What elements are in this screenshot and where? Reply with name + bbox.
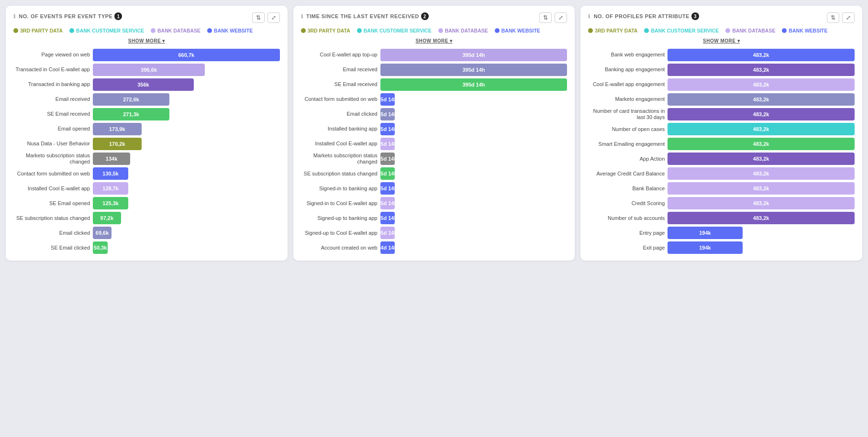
row-label: SE Email clicked bbox=[13, 245, 90, 251]
show-more[interactable]: SHOW MORE ▾ bbox=[13, 37, 280, 44]
chart-row: Email received272,6k bbox=[13, 93, 280, 106]
row-label: Email opened bbox=[13, 126, 90, 132]
row-label: Signed-in to Cool E-wallet app bbox=[301, 200, 378, 207]
legend-item: BANK CUSTOMER SERVICE bbox=[644, 28, 719, 33]
bar: 50,3k bbox=[93, 241, 108, 254]
legend-dot bbox=[438, 28, 443, 33]
row-label: Bank Balance bbox=[588, 186, 665, 192]
bar: 15d 14h bbox=[380, 138, 395, 150]
panel-badge: 1 bbox=[114, 12, 122, 20]
bar: 483,2k bbox=[668, 182, 855, 195]
bar: 395d 14h bbox=[380, 64, 568, 76]
bar-container: 170,2k bbox=[93, 138, 280, 150]
bar: 483,2k bbox=[668, 153, 855, 165]
bar: 173,9k bbox=[93, 123, 142, 135]
show-more[interactable]: SHOW MORE ▾ bbox=[301, 37, 568, 44]
chart-row: Signed-up to banking app15d 14h bbox=[301, 212, 568, 224]
chart-row: Contact form submitted on web130,5k bbox=[13, 167, 280, 180]
row-label: Credit Scoring bbox=[588, 200, 665, 207]
row-label: Account created on web bbox=[301, 245, 378, 251]
chart-row: Credit Scoring483,2k bbox=[588, 197, 855, 209]
panel-title-text: TIME SINCE THE LAST EVENT RECEIVED bbox=[306, 13, 419, 19]
chart-row: Email clicked15d 14h bbox=[301, 108, 568, 120]
bar-container: 395d 14h bbox=[380, 64, 568, 76]
bar: 483,2k bbox=[668, 49, 855, 61]
panel-badge: 2 bbox=[421, 12, 429, 20]
bar: 660,7k bbox=[93, 49, 280, 61]
sort-button[interactable]: ⇅ bbox=[252, 12, 265, 23]
show-more-link[interactable]: SHOW MORE ▾ bbox=[703, 38, 740, 44]
show-more-link[interactable]: SHOW MORE ▾ bbox=[128, 38, 165, 44]
bar-container: 194k bbox=[668, 241, 855, 254]
legend-item: BANK CUSTOMER SERVICE bbox=[357, 28, 432, 33]
bar: 125,3k bbox=[93, 197, 128, 209]
bar-container: 483,2k bbox=[668, 123, 855, 135]
chart-row: Signed-in to banking app15d 14h bbox=[301, 182, 568, 195]
chart-row: Number of sub accounts483,2k bbox=[588, 212, 855, 224]
legend-item: BANK WEBSITE bbox=[495, 28, 540, 33]
row-label: Transacted in Cool E-wallet app bbox=[13, 66, 90, 73]
bar: 483,2k bbox=[668, 108, 855, 120]
chart-row: SE subscription status changed97,2k bbox=[13, 212, 280, 224]
row-label: Cool E-wallet app engagement bbox=[588, 81, 665, 87]
row-label: Contact form submitted on web bbox=[13, 171, 90, 177]
chart-row: Contact form submitted on web15d 14h bbox=[301, 93, 568, 106]
expand-button[interactable]: ⤢ bbox=[267, 12, 280, 23]
chart-row: Installed banking app15d 14h bbox=[301, 123, 568, 135]
bar-container: 483,2k bbox=[668, 138, 855, 150]
chart-row: SE Email opened125,3k bbox=[13, 197, 280, 209]
bar: 15d 14h bbox=[380, 167, 395, 180]
bar: 15d 14h bbox=[380, 197, 395, 209]
expand-button[interactable]: ⤢ bbox=[842, 12, 855, 23]
chart-row: Exit page194k bbox=[588, 241, 855, 254]
legend-item: 3RD PARTY DATA bbox=[13, 28, 63, 33]
bar-container: 130,5k bbox=[93, 167, 280, 180]
legend-item: BANK DATABASE bbox=[151, 28, 200, 33]
panel-header: ℹNO. OF EVENTS PER EVENT TYPE1⇅⤢ bbox=[13, 12, 280, 23]
row-label: Page viewed on web bbox=[13, 52, 90, 58]
panel-title-text: NO. OF EVENTS PER EVENT TYPE bbox=[19, 13, 112, 19]
bar: 130,5k bbox=[93, 167, 128, 180]
row-label: SE Email received bbox=[301, 81, 378, 87]
panel: ℹNO. OF PROFILES PER ATTRIBUTE3⇅⤢3RD PAR… bbox=[580, 6, 862, 261]
row-label: Average Credit Card Balance bbox=[588, 171, 665, 177]
bar-container: 356k bbox=[93, 78, 280, 91]
bar-container: 483,2k bbox=[668, 212, 855, 224]
legend-label: BANK DATABASE bbox=[157, 28, 200, 33]
bar: 395d 14h bbox=[380, 78, 568, 91]
sort-button[interactable]: ⇅ bbox=[827, 12, 839, 23]
row-label: Bank web engagement bbox=[588, 52, 665, 58]
expand-button[interactable]: ⤢ bbox=[555, 12, 567, 23]
row-label: Nusa Data - User Behavior bbox=[13, 141, 90, 147]
legend-dot bbox=[13, 28, 18, 33]
bar: 15d 14h bbox=[380, 93, 395, 106]
row-label: Number of sub accounts bbox=[588, 215, 665, 221]
panel-title: ℹTIME SINCE THE LAST EVENT RECEIVED2 bbox=[301, 12, 429, 20]
bar: 15d 14h bbox=[380, 212, 395, 224]
legend-dot bbox=[357, 28, 362, 33]
legend-label: BANK DATABASE bbox=[732, 28, 775, 33]
row-label: SE Email received bbox=[13, 111, 90, 117]
row-label: App Action bbox=[588, 156, 665, 162]
panel: ℹTIME SINCE THE LAST EVENT RECEIVED2⇅⤢3R… bbox=[293, 6, 575, 261]
row-label: Installed Cool E-wallet app bbox=[301, 141, 378, 147]
bar: 15d 14h bbox=[380, 123, 395, 135]
bar: 128,7k bbox=[93, 182, 128, 195]
legend-dot bbox=[69, 28, 74, 33]
bar: 15d 14h bbox=[380, 108, 395, 120]
legend-item: BANK WEBSITE bbox=[207, 28, 253, 33]
chart-row: Transacted in Cool E-wallet app396,6k bbox=[13, 64, 280, 76]
show-more[interactable]: SHOW MORE ▾ bbox=[588, 37, 855, 44]
bar: 483,2k bbox=[668, 78, 855, 91]
row-label: Installed banking app bbox=[301, 126, 378, 132]
chart-row: SE subscription status changed15d 14h bbox=[301, 167, 568, 180]
chart-row: Marketo engagement483,2k bbox=[588, 93, 855, 106]
bar-container: 483,2k bbox=[668, 49, 855, 61]
chart-row: Bank web engagement483,2k bbox=[588, 49, 855, 61]
sort-button[interactable]: ⇅ bbox=[539, 12, 552, 23]
show-more-link[interactable]: SHOW MORE ▾ bbox=[415, 38, 452, 44]
panel-header: ℹTIME SINCE THE LAST EVENT RECEIVED2⇅⤢ bbox=[301, 12, 568, 23]
bar: 483,2k bbox=[668, 93, 855, 106]
row-label: Signed-up to Cool E-wallet app bbox=[301, 230, 378, 236]
chart-row: Signed-up to Cool E-wallet app15d 14h bbox=[301, 227, 568, 239]
